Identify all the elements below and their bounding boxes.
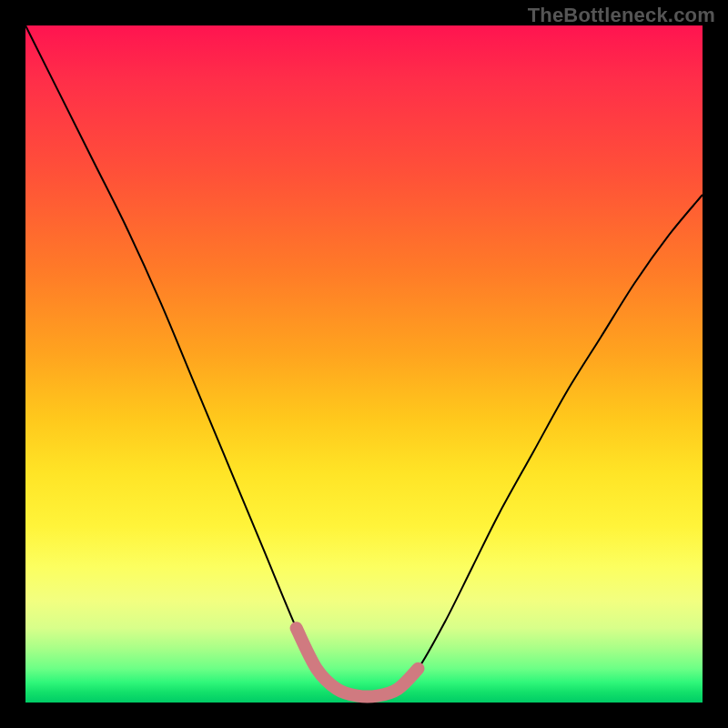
optimal-zone-marker	[297, 628, 419, 696]
curve-svg	[25, 25, 703, 703]
plot-area	[25, 25, 703, 703]
bottleneck-curve	[25, 25, 703, 696]
chart-frame: TheBottleneck.com	[0, 0, 728, 728]
watermark-label: TheBottleneck.com	[528, 4, 715, 27]
